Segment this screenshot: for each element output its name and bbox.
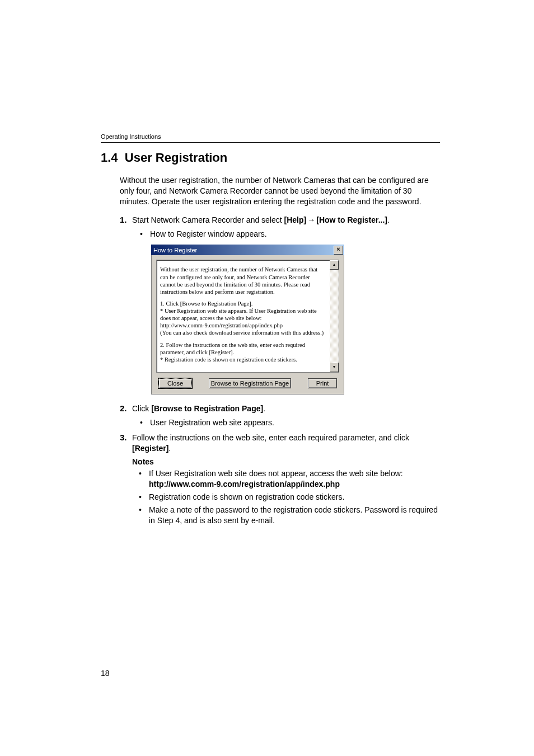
dialog-textpane: Without the user registration, the numbe… (156, 260, 339, 373)
running-header: Operating Instructions (101, 133, 440, 140)
intro-paragraph: Without the user registration, the numbe… (101, 175, 440, 207)
step-body: Follow the instructions on the web site,… (132, 433, 440, 454)
bullet-icon: • (140, 417, 150, 428)
scroll-down-icon[interactable]: ▾ (330, 363, 339, 372)
step-body: Start Network Camera Recorder and select… (132, 215, 440, 226)
section-number: 1.4 (101, 151, 118, 165)
print-button[interactable]: Print (308, 378, 337, 388)
dialog-text: Without the user registration, the numbe… (157, 260, 330, 372)
dialog-titlebar: How to Register × (151, 245, 344, 255)
note-1: • If User Registration web site does not… (101, 468, 440, 490)
step-number: 3. (120, 433, 132, 454)
dialog-body: Without the user registration, the numbe… (151, 255, 344, 395)
step-2-bullet: • User Registration web site appears. (101, 417, 440, 428)
note-3: • Make a note of the password to the reg… (101, 505, 440, 526)
step-number: 1. (120, 215, 132, 226)
scroll-track[interactable] (330, 270, 339, 363)
step-1-bullet: • How to Register window appears. (101, 229, 440, 240)
notes-heading: Notes (101, 457, 440, 466)
close-button[interactable]: Close (158, 378, 192, 388)
step-body: Click [Browse to Registration Page]. (132, 403, 440, 414)
bullet-icon: • (140, 229, 150, 240)
step-2: 2. Click [Browse to Registration Page]. (101, 403, 440, 414)
section-heading: User Registration (125, 151, 227, 165)
step-1: 1. Start Network Camera Recorder and sel… (101, 215, 440, 226)
dialog-button-row: Close Browse to Registration Page Print (156, 378, 339, 388)
note-2: • Registration code is shown on registra… (101, 492, 440, 503)
scrollbar[interactable]: ▴ ▾ (330, 260, 339, 372)
step-number: 2. (120, 403, 132, 414)
page-number: 18 (101, 669, 110, 678)
step-3: 3. Follow the instructions on the web si… (101, 433, 440, 454)
close-icon[interactable]: × (334, 246, 343, 255)
bullet-icon: • (139, 505, 149, 526)
dialog-title: How to Register (153, 247, 334, 253)
arrow-icon: → (306, 215, 316, 226)
section-title: 1.4 User Registration (101, 151, 440, 165)
how-to-register-dialog: How to Register × Without the user regis… (151, 245, 344, 395)
header-rule (101, 142, 440, 143)
scroll-up-icon[interactable]: ▴ (330, 260, 339, 270)
browse-to-registration-button[interactable]: Browse to Registration Page (209, 378, 291, 388)
bullet-icon: • (139, 468, 149, 490)
bullet-icon: • (139, 492, 149, 503)
